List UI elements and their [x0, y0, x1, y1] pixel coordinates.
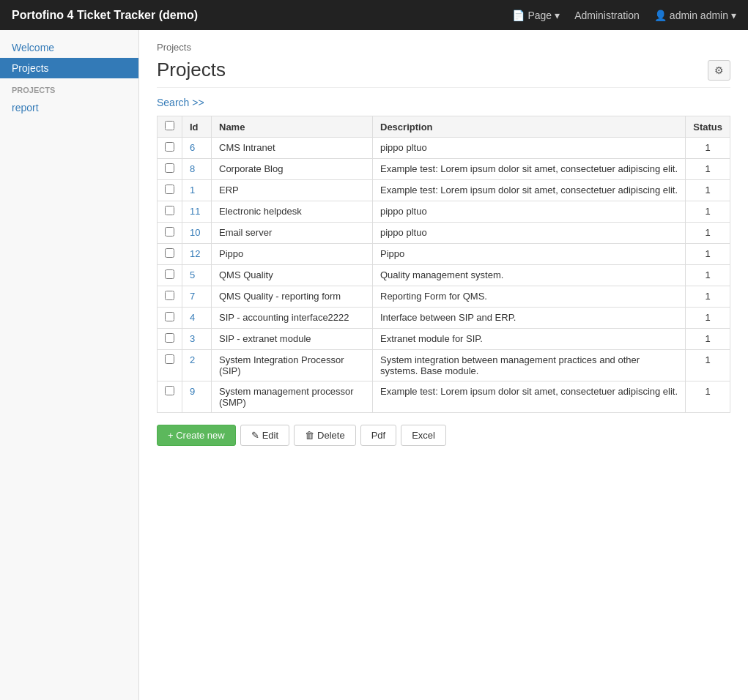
row-id-link[interactable]: 5 — [190, 269, 195, 280]
row-description: Interface between SIP and ERP. — [373, 308, 686, 329]
row-status: 1 — [686, 381, 730, 413]
trash-icon: 🗑 — [305, 430, 314, 441]
edit-icon: ✎ — [251, 430, 259, 441]
row-id-link[interactable]: 1 — [190, 185, 195, 196]
row-checkbox[interactable] — [165, 386, 174, 395]
row-name: ERP — [212, 180, 373, 201]
header-status: Status — [686, 116, 730, 138]
row-checkbox[interactable] — [165, 269, 174, 279]
row-checkbox[interactable] — [165, 185, 174, 194]
administration-link[interactable]: Administration — [574, 10, 640, 21]
delete-button[interactable]: 🗑 Delete — [294, 425, 356, 446]
row-description: pippo pltuo — [373, 223, 686, 244]
navbar-links: 📄 Page ▾ Administration 👤 admin admin ▾ — [512, 10, 736, 21]
select-all-checkbox[interactable] — [165, 121, 174, 130]
row-id-link[interactable]: 3 — [190, 333, 195, 344]
table-row: 12PippoPippo1 — [158, 244, 730, 265]
row-name: QMS Quality — [212, 265, 373, 286]
row-status: 1 — [686, 265, 730, 286]
table-row: 1ERPExample test: Lorem ipsum dolor sit … — [158, 180, 730, 201]
row-status: 1 — [686, 201, 730, 223]
edit-button[interactable]: ✎ Edit — [240, 425, 289, 446]
table-row: 7QMS Quality - reporting formReporting F… — [158, 286, 730, 308]
create-new-button[interactable]: + Create new — [157, 425, 236, 446]
row-id-link[interactable]: 6 — [190, 142, 195, 153]
row-status: 1 — [686, 180, 730, 201]
action-bar: + Create new ✎ Edit 🗑 Delete Pdf Excel — [157, 425, 730, 446]
sidebar: Welcome Projects PROJECTS report — [0, 30, 139, 700]
header-id: Id — [182, 116, 212, 138]
sidebar-item-welcome[interactable]: Welcome — [0, 37, 138, 58]
row-description: Pippo — [373, 244, 686, 265]
row-status: 1 — [686, 308, 730, 329]
row-description: pippo pltuo — [373, 201, 686, 223]
sidebar-item-projects[interactable]: Projects — [0, 58, 138, 78]
page-title: Projects — [157, 59, 226, 81]
row-name: Electronic helpdesk — [212, 201, 373, 223]
row-checkbox[interactable] — [165, 163, 174, 173]
row-checkbox[interactable] — [165, 142, 174, 152]
row-checkbox[interactable] — [165, 227, 174, 237]
row-description: pippo pltuo — [373, 138, 686, 159]
row-status: 1 — [686, 223, 730, 244]
table-row: 9System management processor (SMP)Exampl… — [158, 381, 730, 413]
chevron-down-icon: ▾ — [555, 10, 560, 21]
row-checkbox[interactable] — [165, 248, 174, 258]
row-name: Pippo — [212, 244, 373, 265]
row-id-link[interactable]: 12 — [190, 248, 200, 259]
row-checkbox[interactable] — [165, 354, 174, 364]
table-row: 2System Integration Processor (SIP)Syste… — [158, 350, 730, 381]
row-description: Quality management system. — [373, 265, 686, 286]
row-checkbox[interactable] — [165, 312, 174, 321]
row-description: Reporting Form for QMS. — [373, 286, 686, 308]
row-name: Email server — [212, 223, 373, 244]
row-name: QMS Quality - reporting form — [212, 286, 373, 308]
layout: Welcome Projects PROJECTS report Project… — [0, 30, 748, 700]
row-name: CMS Intranet — [212, 138, 373, 159]
excel-button[interactable]: Excel — [401, 425, 446, 446]
row-id-link[interactable]: 7 — [190, 291, 195, 302]
header-description: Description — [373, 116, 686, 138]
row-id-link[interactable]: 4 — [190, 312, 195, 323]
row-name: System Integration Processor (SIP) — [212, 350, 373, 381]
gear-button[interactable]: ⚙ — [708, 60, 730, 81]
row-name: SIP - extranet module — [212, 329, 373, 350]
row-id-link[interactable]: 9 — [190, 386, 195, 397]
row-status: 1 — [686, 159, 730, 180]
row-id-link[interactable]: 10 — [190, 227, 200, 238]
table-row: 10Email serverpippo pltuo1 — [158, 223, 730, 244]
navbar-brand: Portofino 4 Ticket Tracker (demo) — [12, 9, 198, 22]
row-status: 1 — [686, 286, 730, 308]
row-name: Corporate Blog — [212, 159, 373, 180]
page-menu[interactable]: 📄 Page ▾ — [512, 10, 560, 21]
row-name: System management processor (SMP) — [212, 381, 373, 413]
row-description: Example test: Lorem ipsum dolor sit amet… — [373, 159, 686, 180]
row-status: 1 — [686, 350, 730, 381]
row-checkbox[interactable] — [165, 206, 174, 215]
row-id-link[interactable]: 11 — [190, 206, 200, 217]
row-id-link[interactable]: 2 — [190, 354, 195, 365]
row-description: Example test: Lorem ipsum dolor sit amet… — [373, 381, 686, 413]
row-checkbox[interactable] — [165, 291, 174, 300]
page-icon: 📄 — [512, 10, 525, 21]
main-content: Projects Projects ⚙ Search >> Id Name De… — [139, 30, 748, 700]
row-name: SIP - accounting interface2222 — [212, 308, 373, 329]
header-checkbox — [158, 116, 182, 138]
page-header: Projects ⚙ — [157, 59, 730, 88]
row-description: Example test: Lorem ipsum dolor sit amet… — [373, 180, 686, 201]
row-checkbox[interactable] — [165, 333, 174, 343]
row-id-link[interactable]: 8 — [190, 163, 195, 174]
table-row: 5QMS QualityQuality management system.1 — [158, 265, 730, 286]
row-status: 1 — [686, 138, 730, 159]
table-row: 11Electronic helpdeskpippo pltuo1 — [158, 201, 730, 223]
table-row: 8Corporate BlogExample test: Lorem ipsum… — [158, 159, 730, 180]
row-status: 1 — [686, 329, 730, 350]
pdf-button[interactable]: Pdf — [360, 425, 397, 446]
sidebar-item-report[interactable]: report — [0, 97, 138, 118]
search-link[interactable]: Search >> — [157, 97, 204, 108]
user-menu[interactable]: 👤 admin admin ▾ — [654, 10, 736, 21]
table-row: 6CMS Intranetpippo pltuo1 — [158, 138, 730, 159]
row-description: Extranet module for SIP. — [373, 329, 686, 350]
row-description: System integration between management pr… — [373, 350, 686, 381]
row-status: 1 — [686, 244, 730, 265]
